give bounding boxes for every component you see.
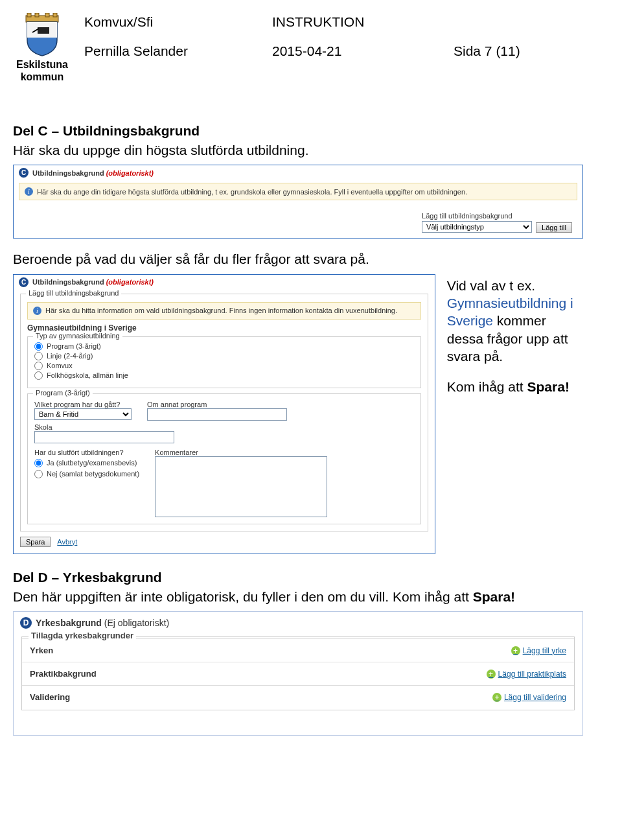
q-other: Om annat program xyxy=(147,401,287,408)
radio-label: Nej (samlat betygsdokument) xyxy=(47,470,139,478)
utbildningsbakgrund-panel-collapsed: C Utbildningsbakgrund (obligatoriskt) i … xyxy=(13,165,583,239)
logo-text-2: kommun xyxy=(21,72,64,83)
section-d-intro: Den här uppgiften är inte obligatorisk, … xyxy=(13,588,583,606)
svg-rect-2 xyxy=(35,13,39,17)
panel1-title: Utbildningsbakgrund xyxy=(32,169,104,177)
panel2-title: Utbildningsbakgrund xyxy=(32,278,104,286)
panel3-title: Yrkesbakgrund xyxy=(36,618,102,628)
radio-label: Program (3-årigt) xyxy=(47,342,101,350)
section-d-heading: Del D – Yrkesbakgrund xyxy=(13,568,583,587)
panel3-not-obligatory: (Ej obligatoriskt) xyxy=(104,618,169,628)
panel1-obligatory: (obligatoriskt) xyxy=(106,169,154,177)
group1-legend: Lägg till utbildningsbakgrund xyxy=(26,289,121,297)
radio-linje[interactable] xyxy=(34,352,43,360)
spara-button[interactable]: Spara xyxy=(20,537,51,547)
lagg-till-button[interactable]: Lägg till xyxy=(536,222,572,233)
header-right-1: INSTRUKTION xyxy=(272,13,454,30)
plus-icon: + xyxy=(492,693,501,702)
utbildningsbakgrund-panel-expanded: C Utbildningsbakgrund (obligatoriskt) Lä… xyxy=(13,274,435,554)
section-c-badge-icon: C xyxy=(19,168,29,178)
svg-rect-1 xyxy=(27,13,31,17)
plus-icon: + xyxy=(487,670,496,679)
plus-icon: + xyxy=(511,646,520,655)
validering-label: Validering xyxy=(30,692,70,702)
praktik-label: Praktikbakgrund xyxy=(30,669,97,679)
add-utbildning-label: Lägg till utbildningsbakgrund xyxy=(422,212,532,220)
school-input[interactable] xyxy=(34,431,174,443)
q-completed: Har du slutfört utbildningen? xyxy=(34,449,139,456)
type-legend: Typ av gymnasieutbildning xyxy=(33,332,122,340)
panel1-info-text: Här ska du ange din tidigare högsta slut… xyxy=(37,188,467,196)
program-select[interactable]: Barn & Fritid xyxy=(34,408,132,420)
side-note: Vid val av t ex. Gymnasieutbildning i Sv… xyxy=(447,274,583,396)
side-note-line1: Vid val av t ex. xyxy=(447,277,583,294)
svg-rect-3 xyxy=(45,13,49,17)
side-remember: Kom ihåg att xyxy=(447,379,527,394)
eskilstuna-coat-of-arms-icon xyxy=(19,13,65,58)
page-header: Eskilstuna kommun Komvux/Sfi INSTRUKTION… xyxy=(13,13,583,83)
svg-rect-4 xyxy=(53,13,57,17)
radio-label: Komvux xyxy=(47,362,73,369)
section-c-badge-icon-2: C xyxy=(19,277,29,287)
group2-legend: Program (3-årigt) xyxy=(33,389,93,397)
panel2-obligatory: (obligatoriskt) xyxy=(106,278,154,286)
info-icon: i xyxy=(25,187,33,196)
header-page: Sida 7 (11) xyxy=(454,42,520,60)
header-date: 2015-04-21 xyxy=(272,42,454,60)
between-text: Beroende på vad du väljer så får du fler… xyxy=(13,250,583,268)
lagg-till-yrke-link[interactable]: + Lägg till yrke xyxy=(511,646,566,655)
inner-title: Tillagda yrkesbakgrunder xyxy=(29,631,136,640)
lagg-till-validering-link[interactable]: + Lägg till validering xyxy=(492,692,566,702)
q-program: Vilket program har du gått? xyxy=(34,401,132,408)
gymnasie-heading: Gymnasieutbildning i Sverige xyxy=(27,323,421,332)
utbildningstyp-select[interactable]: Välj utbildningstyp xyxy=(422,221,532,233)
radio-folkhogskola[interactable] xyxy=(34,371,43,380)
header-left-1: Komvux/Sfi xyxy=(84,13,272,30)
radio-completed-no[interactable] xyxy=(34,470,43,478)
radio-komvux[interactable] xyxy=(34,362,43,370)
section-c-heading: Del C – Utbildningsbakgrund xyxy=(13,122,583,140)
logo-text-1: Eskilstuna xyxy=(16,60,68,71)
section-d-badge-icon: D xyxy=(20,617,32,629)
panel2-info: Här ska du hitta information om vald utb… xyxy=(45,307,397,314)
header-author: Pernilla Selander xyxy=(84,42,272,60)
radio-program-3arigt[interactable] xyxy=(34,342,43,351)
q-school: Skola xyxy=(34,423,414,431)
radio-label: Ja (slutbetyg/examensbevis) xyxy=(47,459,137,467)
yrkesbakgrund-panel: D Yrkesbakgrund (Ej obligatoriskt) Tilla… xyxy=(13,611,583,736)
radio-label: Folkhögskola, allmän linje xyxy=(47,371,128,379)
comments-textarea[interactable] xyxy=(155,456,327,517)
side-spara: Spara! xyxy=(527,379,570,394)
yrken-label: Yrken xyxy=(30,646,53,655)
radio-completed-yes[interactable] xyxy=(34,459,43,467)
other-program-input[interactable] xyxy=(147,408,287,421)
svg-rect-5 xyxy=(38,27,49,34)
radio-label: Linje (2-4-årig) xyxy=(47,352,93,360)
info-icon: i xyxy=(33,307,41,315)
section-c-intro: Här ska du uppge din högsta slutförda ut… xyxy=(13,141,583,159)
q-comments: Kommentarer xyxy=(155,449,327,456)
logo: Eskilstuna kommun xyxy=(13,13,71,83)
avbryt-link[interactable]: Avbryt xyxy=(57,538,77,546)
lagg-till-praktikplats-link[interactable]: + Lägg till praktikplats xyxy=(487,669,566,679)
